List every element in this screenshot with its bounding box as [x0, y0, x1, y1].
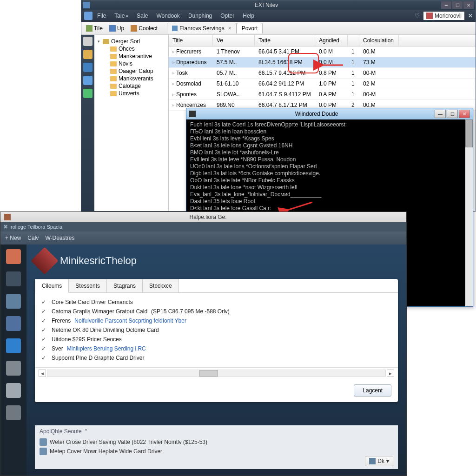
win3-tab[interactable]: rollege Teilbora Spacia: [8, 223, 65, 231]
cell-agndied: 0.0 M: [315, 47, 348, 56]
win1-titlebar[interactable]: EXTNitev ━ ☐ ✕: [81, 0, 476, 10]
console-scrollbar[interactable]: [465, 119, 473, 306]
table-row[interactable]: SpontesSLOWA..61.04.7 S 9.4112 PM0 A PM1…: [169, 89, 476, 100]
horizontal-scrollbar[interactable]: ◄ ►: [35, 367, 398, 379]
dock-icon-2[interactable]: [6, 294, 21, 309]
minimize-button[interactable]: ━: [441, 1, 451, 9]
footer-expand-icon[interactable]: ⌃: [84, 428, 88, 435]
table-row[interactable]: Flecrurers1 Thenov66.04.5 3.41 PM0.0 M10…: [169, 46, 476, 57]
ptab-cileums[interactable]: Cileums: [35, 279, 69, 293]
ptab-steckxce[interactable]: Steckxce: [142, 279, 179, 292]
footer-item[interactable]: Metep Cover Mowr Heplate Wide Gard Drive…: [40, 447, 393, 456]
dock-icon-1[interactable]: [6, 271, 21, 286]
menu-dunphing[interactable]: Dunphing: [185, 11, 216, 20]
cell-ve: 57.5 M..: [213, 58, 255, 66]
cell-ve: 1 Thenov: [213, 47, 255, 56]
close-button[interactable]: ✕: [463, 1, 474, 9]
tree-item[interactable]: Umverts: [104, 90, 166, 97]
cell-ve: 51-61.10: [213, 79, 255, 88]
ptab-stagrans[interactable]: Stagrans: [106, 279, 143, 292]
lagcent-button[interactable]: Lagcent: [354, 384, 391, 397]
col-colosulation[interactable]: Colosulation: [359, 35, 399, 46]
sidebar-icon-1[interactable]: [83, 50, 93, 59]
dock-icon-0[interactable]: [6, 249, 21, 264]
console-line: Evll lenl 3s late leve *N890 Pussa. Noud…: [190, 156, 469, 163]
win3-titlebar[interactable]: Halpe.liora Ge:: [0, 212, 406, 222]
check-link[interactable]: Minilıplers Beruing Serding l.RC: [67, 345, 146, 352]
left-dock: [0, 245, 26, 476]
sidebar-icon-0[interactable]: [83, 37, 93, 46]
menu-tale[interactable]: Tale: [111, 11, 132, 20]
win3-tab-close-icon[interactable]: ✖: [3, 224, 8, 230]
driver-utility-window: Halpe.liora Ge: ✖ rollege Teilbora Spaci…: [0, 212, 407, 476]
ptab-stessents[interactable]: Stessents: [68, 279, 107, 292]
console-close-button[interactable]: ✕: [459, 110, 470, 118]
scroll-track[interactable]: [47, 370, 386, 377]
tree-item[interactable]: Mankerantive: [104, 53, 166, 60]
cell-title: Tosk: [169, 69, 213, 77]
tree-item[interactable]: Novis: [104, 60, 166, 67]
scroll-thumb[interactable]: [199, 370, 218, 377]
tab-close-icon[interactable]: ×: [228, 25, 231, 32]
tree-root[interactable]: ▾Oerger Sorl: [96, 38, 166, 45]
btn-wdeastres[interactable]: W-Deastres: [45, 235, 74, 241]
folder-icon: [110, 61, 117, 66]
check-link[interactable]: Nolfulvorille Parscont Socprting feldIon…: [74, 317, 186, 324]
cell-num: 1: [348, 90, 359, 99]
menu-sale[interactable]: Sale: [133, 11, 152, 20]
tool-collect[interactable]: Coolect: [128, 24, 160, 33]
menu-opter[interactable]: Opter: [217, 11, 238, 20]
user-icon[interactable]: [84, 12, 93, 20]
dock-icon-5[interactable]: [6, 361, 21, 376]
footer-button[interactable]: Dk ▾: [365, 456, 393, 466]
col-tatte[interactable]: Tatte: [255, 35, 315, 46]
close-panel-button[interactable]: ✕: [468, 13, 473, 19]
menu-help[interactable]: Help: [239, 11, 258, 20]
tab-servings-icon: [172, 26, 178, 31]
menu-wondook[interactable]: Wondook: [152, 11, 183, 20]
col-agndied[interactable]: Agndied: [315, 35, 348, 46]
table-row[interactable]: Dnpareduns57.5 M..8t.34.5 16638 PM0.0 M1…: [169, 57, 476, 68]
tree-item[interactable]: Manksverants: [104, 75, 166, 82]
table-row[interactable]: Tosk05.7 M..66.15.7 9.4112 PM0.8 PM100-M: [169, 68, 476, 79]
cell-tatte: 61.04.7 S 9.4112 PM: [255, 90, 315, 99]
cell-col: 00-M: [359, 69, 399, 77]
console-titlebar[interactable]: Wiindored Doude — ☐ ✕: [186, 108, 473, 119]
tree-item[interactable]: Oaager Calop: [104, 67, 166, 75]
dock-icon-6[interactable]: [6, 383, 21, 398]
footer-button-label: Dk: [377, 458, 384, 464]
btn-new[interactable]: + New: [5, 235, 21, 241]
scrollbar-thumb[interactable]: [465, 119, 473, 147]
btn-calv[interactable]: Calv: [27, 235, 39, 241]
sidebar-icon-2[interactable]: [83, 63, 93, 72]
col-ve[interactable]: Ve: [213, 35, 255, 46]
tab-servings[interactable]: Elanrovs Servings×: [167, 23, 237, 33]
menubar: File Tale Sale Wondook Dunphing Opter He…: [81, 10, 476, 22]
col-title[interactable]: Title: [169, 35, 213, 46]
footer-item[interactable]: Weter Crose Driver Saving Vatte (8022 Tr…: [40, 437, 393, 447]
dock-icon-4[interactable]: [6, 338, 21, 353]
menu-file[interactable]: File: [93, 11, 110, 20]
maximize-button[interactable]: ☐: [452, 1, 463, 9]
scroll-left-icon[interactable]: ◄: [39, 370, 46, 377]
tab-servings-label: Elanrovs Servings: [179, 25, 225, 32]
footer: ApolQble Seoute⌃ Weter Crose Driver Savi…: [35, 425, 398, 469]
tool-tile[interactable]: Tile: [83, 24, 106, 33]
sidebar-icon-4[interactable]: [83, 89, 93, 98]
dock-icon-7[interactable]: [6, 405, 21, 420]
tool-up[interactable]: Up: [106, 24, 127, 33]
scroll-right-icon[interactable]: ►: [387, 370, 394, 377]
console-maximize-button[interactable]: ☐: [447, 110, 458, 118]
col-num[interactable]: [348, 35, 359, 46]
console-minimize-button[interactable]: —: [435, 110, 446, 118]
cell-col: 00-M: [359, 90, 399, 99]
tree-item[interactable]: Ohces: [104, 45, 166, 53]
favorite-icon[interactable]: ♡: [415, 13, 420, 19]
sidebar-icon-3[interactable]: [83, 76, 93, 85]
dock-icon-3[interactable]: [6, 316, 21, 331]
table-row[interactable]: Dosmolad51-61.1066.04.2 9/1.12 PM1.0 PM1…: [169, 79, 476, 89]
tree-item-label: Novis: [119, 60, 132, 67]
app-switcher[interactable]: Moricroovil: [423, 12, 464, 20]
tab-povort[interactable]: Povort: [237, 23, 263, 33]
tree-item[interactable]: Calotage: [104, 82, 166, 90]
